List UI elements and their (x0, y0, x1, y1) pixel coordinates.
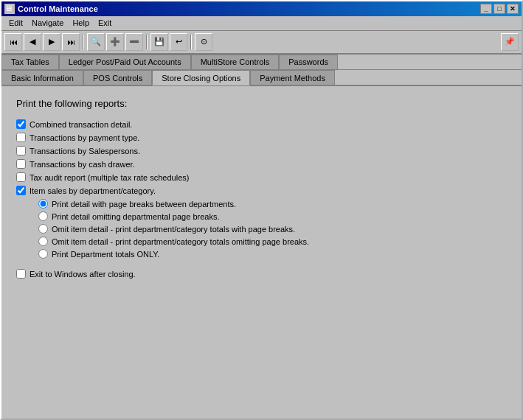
checkbox-row-1: Combined transaction detail. (16, 119, 507, 129)
radio-label-4[interactable]: Omit item detail - print department/cate… (52, 237, 309, 246)
checkbox-salespersons[interactable] (16, 146, 26, 155)
toolbar-delete[interactable]: ➖ (125, 33, 143, 51)
checkbox-row-6: Item sales by department/category. (16, 186, 507, 195)
tab-store-closing[interactable]: Store Closing Options (152, 70, 250, 85)
main-content: Print the following reports: Combined tr… (1, 86, 522, 419)
toolbar-extra[interactable]: 📌 (501, 33, 519, 51)
radio-label-3[interactable]: Omit item detail - print department/cate… (52, 225, 295, 234)
maximize-button[interactable]: □ (493, 4, 505, 14)
close-button[interactable]: ✕ (507, 4, 519, 14)
checkbox-payment-type[interactable] (16, 133, 26, 142)
main-window: 🖥 Control Maintenance _ □ ✕ Edit Navigat… (0, 0, 523, 420)
menu-help[interactable]: Help (68, 17, 94, 29)
tabs-row-1: Tax Tables Ledger Post/Paid Out Accounts… (1, 55, 522, 71)
toolbar-last[interactable]: ⏭ (62, 33, 80, 51)
toolbar-separator-1 (83, 35, 84, 49)
radio-group: Print detail with page breaks between de… (38, 199, 507, 259)
radio-dept-totals-only[interactable] (38, 249, 48, 259)
toolbar-add[interactable]: ➕ (106, 33, 124, 51)
section-title: Print the following reports: (16, 98, 507, 109)
checkbox-row-2: Transactions by payment type. (16, 133, 507, 142)
toolbar-separator-2 (146, 35, 148, 49)
tab-ledger[interactable]: Ledger Post/Paid Out Accounts (59, 55, 191, 70)
checkbox-row-4: Transactions by cash drawer. (16, 159, 507, 169)
toolbar-prev[interactable]: ◀ (24, 33, 41, 51)
menu-edit[interactable]: Edit (4, 17, 27, 29)
toolbar-print[interactable]: ⊙ (195, 33, 212, 51)
menu-bar: Edit Navigate Help Exit (1, 16, 522, 31)
radio-label-2[interactable]: Print detail omitting departmental page … (52, 212, 219, 221)
minimize-button[interactable]: _ (480, 4, 492, 14)
app-icon: 🖥 (4, 4, 15, 14)
checkbox-label-payment-type[interactable]: Transactions by payment type. (30, 133, 139, 142)
menu-navigate[interactable]: Navigate (27, 17, 68, 29)
checkbox-label-salespersons[interactable]: Transactions by Salespersons. (30, 147, 140, 155)
checkbox-combined-transaction[interactable] (16, 119, 26, 129)
title-bar: 🖥 Control Maintenance _ □ ✕ (1, 1, 522, 16)
checkbox-row-3: Transactions by Salespersons. (16, 146, 507, 155)
checkbox-row-5: Tax audit report (multiple tax rate sche… (16, 172, 507, 182)
toolbar-search[interactable]: 🔍 (87, 33, 105, 51)
checkbox-exit-windows[interactable] (16, 269, 26, 279)
checkbox-cash-drawer[interactable] (16, 159, 26, 169)
menu-exit[interactable]: Exit (94, 17, 116, 29)
tab-tax-tables[interactable]: Tax Tables (1, 55, 59, 70)
checkbox-label-combined[interactable]: Combined transaction detail. (30, 120, 132, 129)
radio-print-detail-breaks[interactable] (38, 199, 48, 209)
toolbar-first[interactable]: ⏮ (4, 33, 22, 51)
radio-row-2: Print detail omitting departmental page … (38, 211, 507, 221)
checkbox-label-exit[interactable]: Exit to Windows after closing. (30, 270, 136, 279)
divider (16, 262, 507, 269)
window-title: Control Maintenance (18, 4, 98, 13)
tab-pos-controls[interactable]: POS Controls (83, 70, 152, 85)
radio-omit-item-breaks[interactable] (38, 224, 48, 234)
toolbar-separator-3 (190, 35, 192, 49)
tab-multistore[interactable]: MultiStore Controls (191, 55, 280, 70)
radio-print-detail-omit[interactable] (38, 211, 48, 221)
radio-row-1: Print detail with page breaks between de… (38, 199, 507, 209)
checkbox-item-sales[interactable] (16, 186, 26, 195)
radio-row-4: Omit item detail - print department/cate… (38, 237, 507, 246)
tab-passwords[interactable]: Passwords (279, 55, 338, 70)
toolbar-undo[interactable]: ↩ (170, 33, 187, 51)
toolbar: ⏮ ◀ ▶ ⏭ 🔍 ➕ ➖ 💾 ↩ ⊙ 📌 (1, 31, 522, 55)
toolbar-save[interactable]: 💾 (150, 33, 168, 51)
radio-label-1[interactable]: Print detail with page breaks between de… (52, 200, 236, 209)
checkbox-tax-audit[interactable] (16, 172, 26, 182)
radio-row-3: Omit item detail - print department/cate… (38, 224, 507, 234)
window-controls: _ □ ✕ (480, 4, 519, 14)
radio-row-5: Print Department totals ONLY. (38, 249, 507, 259)
tab-payment-methods[interactable]: Payment Methods (250, 70, 335, 85)
radio-label-5[interactable]: Print Department totals ONLY. (52, 250, 159, 259)
checkbox-label-cash-drawer[interactable]: Transactions by cash drawer. (30, 160, 135, 169)
toolbar-next[interactable]: ▶ (43, 33, 60, 51)
checkbox-exit-row: Exit to Windows after closing. (16, 269, 507, 279)
checkbox-label-tax-audit[interactable]: Tax audit report (multiple tax rate sche… (30, 173, 189, 182)
tab-basic-info[interactable]: Basic Information (1, 70, 83, 85)
tabs-row-2: Basic Information POS Controls Store Clo… (1, 70, 522, 86)
checkbox-label-item-sales[interactable]: Item sales by department/category. (30, 186, 156, 195)
radio-omit-item-no-breaks[interactable] (38, 237, 48, 246)
